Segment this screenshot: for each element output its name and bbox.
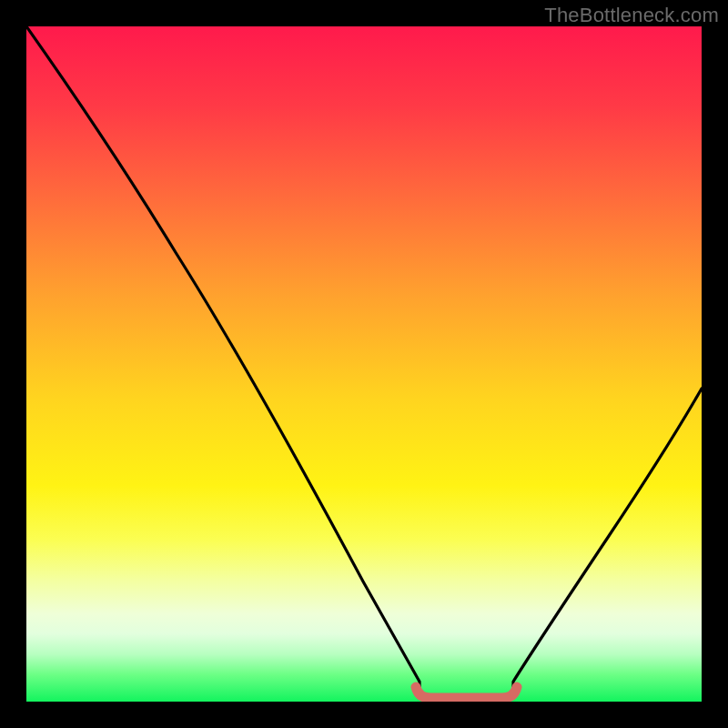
watermark-text: TheBottleneck.com: [544, 4, 719, 27]
plot-area: [26, 26, 702, 702]
valley-marker: [416, 687, 517, 698]
chart-svg: [26, 26, 702, 702]
chart-frame: TheBottleneck.com: [0, 0, 728, 728]
bottleneck-curve: [26, 26, 702, 695]
